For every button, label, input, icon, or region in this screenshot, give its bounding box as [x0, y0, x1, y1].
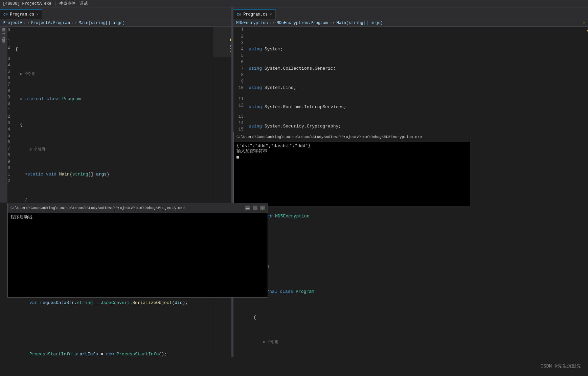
right-line-3: using System.Linq;: [249, 85, 584, 91]
right-tab-program-cs[interactable]: C# Program.cs ×: [233, 9, 276, 19]
left-minimap-viewport: [213, 27, 231, 57]
side-panel-label1: %: [2, 28, 6, 30]
right-breadcrumb: MD5Encryption › ⚡ MD5Encryption.Program …: [233, 19, 588, 27]
right-minimap: [584, 27, 588, 357]
left-tab-close[interactable]: ×: [36, 13, 39, 17]
ref-count-method: 0 个引用: [15, 147, 213, 152]
code-line-10: {: [15, 46, 213, 52]
right-console-window: C:\Users\GoodCooking\source\repos\StudyA…: [233, 132, 470, 206]
right-warning-indicator: [587, 30, 588, 31]
left-console-title-bar: C:\Users\GoodCooking\source\repos\StudyA…: [8, 203, 268, 213]
left-side-panel: % 视1 览(Ct 名称: [0, 27, 7, 203]
right-line-4: using System.Runtime.InteropServices;: [249, 104, 584, 110]
top-bar-sep: |: [54, 1, 56, 6]
code-line-18: var requesDataStr:string = JsonConvert.S…: [15, 300, 213, 306]
top-bar-menu2[interactable]: 调试: [80, 1, 88, 6]
left-minimap-bar: [230, 45, 231, 47]
left-tab-file-icon: C#: [3, 13, 8, 17]
right-console-content: {"dst":"ddd","dasdst":"ddd"} 输入加密字符串 ■: [234, 142, 470, 206]
left-code-area: 10 11 12 13 14 15 16 17 18 19 20 21 22 2…: [0, 27, 231, 357]
code-line-11: ⊟ internal class Program: [15, 96, 213, 102]
side-panel-label3: 览(Ct: [1, 37, 6, 43]
right-line-12: {: [249, 314, 584, 321]
right-tab-file-icon: C#: [237, 13, 241, 17]
right-tab-filename: Program.cs: [243, 12, 268, 17]
right-bc-sep1: ›: [269, 21, 272, 25]
left-minimap: [213, 27, 231, 357]
right-breadcrumb-method[interactable]: Main(string[] args): [337, 21, 383, 25]
left-console-title: C:\Users\GoodCooking\source\repos\StudyA…: [10, 206, 185, 210]
right-console-title-bar: C:\Users\GoodCooking\source\repos\StudyA…: [234, 132, 470, 142]
left-breadcrumb: ProjectA › ⚡ ProjectA.Program › ⚡ Main(s…: [0, 19, 231, 27]
side-panel-label2: 视1: [1, 32, 6, 35]
left-bc-sep2: ›: [71, 21, 74, 25]
right-line-9: namespace MD5Encryption: [249, 213, 584, 219]
left-console-content: 程序启动啦: [8, 213, 268, 297]
top-bar-title: [48088] ProjectA.exe: [3, 1, 51, 6]
left-bc-sep-icon2: ⚡: [75, 21, 77, 25]
right-ref-count-class: 0 个引用: [249, 264, 584, 269]
console-controls: — □ ×: [245, 206, 265, 210]
right-bc-sep-icon2: ⚡: [333, 21, 335, 25]
right-bc-sep-icon: ⚡: [273, 21, 275, 25]
watermark: CSDN @先生沉默先: [541, 363, 581, 369]
left-bc-sep-icon: ⚡: [27, 21, 30, 25]
right-console-title: C:\Users\GoodCooking\source\repos\StudyA…: [236, 135, 422, 139]
console-minimize-btn[interactable]: —: [245, 206, 250, 210]
left-breadcrumb-project[interactable]: ProjectA: [3, 21, 22, 25]
left-console-output: 程序启动啦: [10, 214, 265, 220]
warning-icon: ⚠: [583, 20, 585, 25]
left-code-content[interactable]: { 0 个引用 ⊟ internal class Program { 0 个引用: [14, 27, 213, 357]
right-bc-sep2: ›: [329, 21, 332, 25]
code-line-20: ProcessStartInfo startInfo = new Process…: [15, 351, 213, 357]
collapse-method[interactable]: ⊟: [25, 171, 27, 178]
left-console-window: C:\Users\GoodCooking\source\repos\StudyA…: [7, 203, 268, 298]
left-breadcrumb-method[interactable]: Main(string[] args): [78, 21, 125, 25]
console-maximize-btn[interactable]: □: [253, 206, 257, 210]
right-line-10: {: [249, 239, 584, 245]
right-ref-count-method: 0 个引用: [249, 340, 584, 345]
right-line-2: using System.Collections.Generic;: [249, 65, 584, 72]
right-tab-close[interactable]: ×: [270, 13, 272, 17]
collapse-class[interactable]: ⊟: [20, 96, 22, 102]
left-minimap-bar2: [230, 48, 231, 49]
code-line-19: [15, 325, 213, 332]
right-editor-pane: C# Program.cs × MD5Encryption › ⚡ MD5Enc…: [233, 7, 588, 357]
right-console-line2: 输入加密字符串: [236, 148, 467, 154]
left-breadcrumb-class[interactable]: ProjectA.Program: [31, 21, 70, 25]
code-line-12: {: [15, 121, 213, 128]
right-console-cursor: ■: [236, 154, 467, 159]
right-console-line1: {"dst":"ddd","dasdst":"ddd"}: [236, 143, 467, 148]
left-tab-bar: C# Program.cs ×: [0, 7, 231, 19]
right-line-1: using System;: [249, 46, 584, 52]
left-bc-sep1: ›: [24, 21, 26, 25]
left-tab-program-cs[interactable]: C# Program.cs ×: [0, 9, 42, 19]
top-bar: [48088] ProjectA.exe | 生成事件 调试: [0, 0, 588, 7]
left-editor-pane: C# Program.cs × ProjectA › ⚡ ProjectA.Pr…: [0, 7, 232, 357]
console-close-btn[interactable]: ×: [260, 206, 265, 210]
ref-count-class: 0 个引用: [15, 72, 213, 76]
right-breadcrumb-class[interactable]: MD5Encryption.Program: [276, 21, 327, 25]
editor-container: C# Program.cs × ProjectA › ⚡ ProjectA.Pr…: [0, 7, 588, 357]
right-breadcrumb-project[interactable]: MD5Encryption: [236, 21, 268, 25]
right-tab-bar: C# Program.cs ×: [233, 7, 588, 19]
code-line-14: {: [15, 197, 213, 203]
right-line-11: ⊟ internal class Program: [249, 288, 584, 295]
top-bar-menu1[interactable]: 生成事件: [59, 1, 75, 6]
left-minimap-bar3: [230, 51, 231, 52]
code-line-13: ⊟ static void Main(string[] args): [15, 171, 213, 178]
left-warning-indicator: [230, 39, 231, 41]
left-tab-filename: Program.cs: [10, 12, 34, 17]
right-line-5: using System.Security.Cryptography;: [249, 123, 584, 130]
